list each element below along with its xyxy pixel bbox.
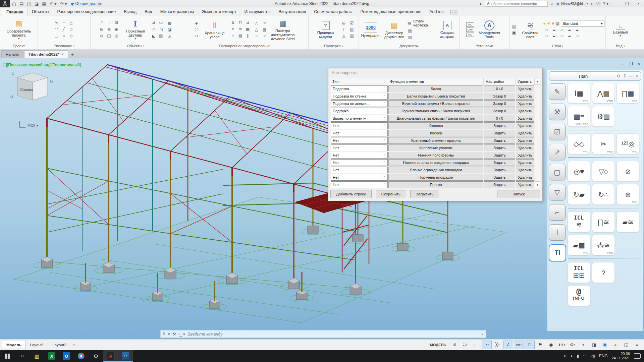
scale-value[interactable]: 1:1▾ bbox=[557, 341, 567, 349]
tray-expand-icon[interactable]: ∧ bbox=[563, 354, 566, 358]
ribbon-tool-icon[interactable]: △ bbox=[68, 20, 74, 25]
file-explorer-taskbar-icon[interactable]: ▨ bbox=[30, 350, 44, 362]
combobox-chevron-icon[interactable]: ˇ bbox=[381, 85, 388, 92]
ribbon-tool-icon[interactable]: ∷ bbox=[193, 27, 200, 33]
isodraft-icon[interactable]: ╳▾ bbox=[492, 341, 502, 349]
row-settings-button[interactable]: Задать bbox=[484, 181, 515, 188]
row-delete-button[interactable]: Удалить bbox=[516, 100, 534, 107]
graphics-status-icon[interactable]: ▣ bbox=[600, 341, 610, 349]
ribbon-tool-icon[interactable]: ≡ bbox=[230, 26, 236, 32]
icl-layers-tile[interactable]: ICL≋ bbox=[568, 212, 590, 232]
table-scrollbar-track[interactable] bbox=[535, 166, 540, 174]
ribbon-tool-icon[interactable]: ≋ bbox=[237, 26, 244, 32]
ribbon-tab-метки-и-размеры[interactable]: Метки и размеры bbox=[156, 8, 198, 16]
ribbon-overflow-button[interactable]: ▭ ▾ bbox=[450, 10, 459, 14]
row-delete-button[interactable]: Удалить bbox=[516, 115, 534, 122]
row-function-cell[interactable]: Крепежный элемент прогона bbox=[388, 137, 483, 144]
table-scrollbar-track[interactable] bbox=[535, 129, 540, 137]
row-function-cell[interactable]: Колонна bbox=[388, 122, 483, 129]
ribbon-tool-icon[interactable]: ▱ bbox=[558, 34, 565, 39]
palette-minimize-icon[interactable]: — bbox=[629, 74, 633, 78]
row-settings-button[interactable]: Задать bbox=[484, 144, 515, 151]
ribbon-tool-icon[interactable]: ▤ bbox=[511, 23, 517, 29]
combobox-chevron-icon[interactable]: ˇ bbox=[381, 130, 388, 136]
polar-tracking-icon[interactable]: ◔▾ bbox=[482, 341, 492, 349]
ribbon-tool-icon[interactable]: ▱ bbox=[574, 34, 580, 39]
row-type-combobox[interactable]: Нет bbox=[331, 152, 381, 159]
turbine-pro-tile[interactable]: ⊛PRO bbox=[616, 184, 639, 205]
ribbon-tool-icon[interactable]: ▱ bbox=[151, 26, 157, 32]
command-collapse-icon[interactable]: ▲ bbox=[481, 333, 484, 336]
save-icon[interactable]: ◫ bbox=[27, 1, 31, 6]
row-delete-button[interactable]: Удалить bbox=[516, 93, 534, 100]
table-scrollbar-track[interactable] bbox=[535, 93, 540, 100]
combobox-chevron-icon[interactable]: ˇ bbox=[381, 137, 388, 144]
customization-icon[interactable]: ⚙▾ bbox=[568, 341, 578, 349]
ribbon-tool-icon[interactable]: ≡ bbox=[261, 20, 268, 26]
row-delete-button[interactable]: Удалить bbox=[516, 167, 534, 173]
help-tile[interactable]: ? bbox=[592, 262, 615, 283]
row-settings-button[interactable]: Задать bbox=[484, 174, 515, 181]
drawing-restore-icon[interactable]: ❐ bbox=[629, 61, 633, 66]
row-type-combobox[interactable]: Нет bbox=[331, 174, 381, 181]
layer-properties-button[interactable]: ≋Свойства слоя bbox=[519, 20, 541, 40]
layer-toggle-icon[interactable]: ■ bbox=[552, 21, 554, 26]
ribbon-tool-icon[interactable]: ◣ bbox=[151, 33, 157, 39]
ribbon-tool-icon[interactable]: ◬ bbox=[341, 33, 347, 39]
status-menu-icon[interactable]: ≡ bbox=[632, 341, 642, 349]
ribbon-tool-icon[interactable]: ⌂ bbox=[230, 33, 236, 39]
trim-truss-pro-tile[interactable]: ✂PRO bbox=[592, 133, 615, 154]
row-delete-button[interactable]: Удалить bbox=[516, 144, 534, 151]
row-function-cell[interactable]: Поручень площадки bbox=[388, 174, 483, 181]
add-cleanup-icon[interactable]: + bbox=[578, 341, 588, 349]
language-indicator[interactable]: ENG bbox=[599, 354, 608, 358]
palette-settings-icon[interactable]: ⚙ bbox=[616, 74, 620, 78]
autotrim-dialog[interactable]: Автоподрезка ТипФункции элементовНастрой… bbox=[328, 68, 543, 201]
redo-icon[interactable]: ↷ ▾ bbox=[60, 1, 67, 6]
combobox-chevron-icon[interactable]: ˇ bbox=[381, 122, 388, 129]
corner-plate-button[interactable]: ⌐ bbox=[549, 204, 566, 221]
row-settings-button[interactable]: Задать bbox=[484, 152, 515, 159]
ribbon-tool-icon[interactable]: ◎ bbox=[113, 33, 120, 39]
save-button[interactable]: Сохранить bbox=[376, 190, 406, 198]
ribbon-tool-icon[interactable]: ⊿ bbox=[245, 20, 251, 25]
row-function-cell[interactable]: Верхний пояс фермы / Балка покрытия bbox=[388, 100, 483, 107]
new-drawing-tab-button[interactable]: + bbox=[69, 51, 76, 58]
ribbon-tool-icon[interactable]: ⊠ bbox=[106, 26, 112, 32]
ribbon-tab-расширенное-моделирование[interactable]: Расширенное моделирование bbox=[53, 8, 120, 16]
ribbon-tool-icon[interactable]: ⊞ bbox=[341, 20, 347, 26]
row-function-cell[interactable]: Крепление уголком bbox=[388, 144, 483, 151]
help-search-box[interactable] bbox=[485, 1, 548, 7]
ribbon-tab-экспорт-и-импорт[interactable]: Экспорт и импорт bbox=[198, 8, 240, 16]
row-settings-button[interactable]: Зазор 0 bbox=[484, 108, 515, 114]
table-scrollbar-track[interactable] bbox=[535, 144, 540, 152]
ribbon-tool-icon[interactable]: ◬ bbox=[167, 33, 173, 39]
selection-marquee-button[interactable]: ▢ bbox=[549, 164, 566, 180]
layer-toggle-icon[interactable]: ● bbox=[543, 21, 545, 26]
combobox-chevron-icon[interactable]: ˇ bbox=[381, 108, 388, 114]
row-delete-button[interactable]: Удалить bbox=[516, 159, 534, 166]
row-type-combobox[interactable]: Нет bbox=[331, 137, 381, 144]
annotation-visibility-icon[interactable]: ⚐ bbox=[525, 341, 535, 349]
ribbon-tool-icon[interactable]: ▱ bbox=[558, 27, 565, 33]
ribbon-tool-icon[interactable]: ◠ bbox=[53, 26, 60, 32]
ribbon-tool-icon[interactable]: ⊡ bbox=[113, 20, 120, 25]
row-settings-button[interactable]: 0 / 0 bbox=[484, 115, 515, 122]
file-tab-titan-demo2022-[interactable]: Titan demo2022*× bbox=[24, 50, 68, 58]
ribbon-tool-icon[interactable]: ▣ bbox=[113, 26, 120, 32]
ribbon-tool-icon[interactable]: ▤ bbox=[237, 33, 244, 39]
combobox-chevron-icon[interactable]: ˇ bbox=[381, 159, 388, 166]
combobox-chevron-icon[interactable]: ˇ bbox=[381, 144, 388, 151]
project-explorer-button[interactable]: ▤Обозреватель проекта▾ bbox=[5, 18, 32, 41]
ribbon-tab-объекты[interactable]: Объекты bbox=[28, 8, 53, 16]
ribbon-tool-icon[interactable]: ▰ bbox=[566, 34, 573, 39]
table-scrollbar-track[interactable] bbox=[535, 122, 540, 129]
palette-title-bar[interactable]: Titan ⚙ ↧ — × bbox=[549, 71, 641, 81]
row-delete-button[interactable]: Удалить bbox=[516, 130, 534, 136]
ribbon-tab-инструменты[interactable]: Инструменты bbox=[240, 8, 274, 16]
ribbon-tool-icon[interactable]: ▦ bbox=[261, 27, 268, 33]
row-function-cell[interactable]: Балка bbox=[388, 85, 483, 92]
hide-objects-tile[interactable]: ⊘ bbox=[616, 161, 639, 182]
row-delete-button[interactable]: Удалить bbox=[516, 181, 534, 188]
undo-icon[interactable]: ↶ ▾ bbox=[49, 1, 56, 6]
